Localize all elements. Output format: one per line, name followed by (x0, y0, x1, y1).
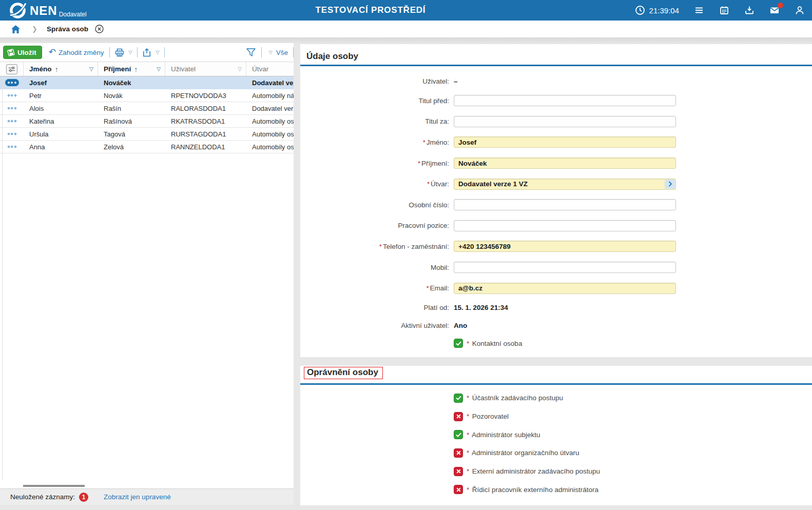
field-label: *Telefon - zaměstnání: (300, 243, 449, 250)
table-row[interactable]: PetrNovákRPETNOVDODA3Automobily nákla (0, 89, 294, 102)
table-row[interactable]: KateřinaRašínováRKATRASDODA1Automobily o… (0, 115, 294, 128)
row-actions-button[interactable] (6, 93, 18, 98)
print-icon (115, 48, 124, 57)
clock-time: 21:39:04 (649, 6, 679, 15)
column-header-jmeno[interactable]: Jméno↑ ▽ (24, 62, 98, 76)
messages-button[interactable] (769, 5, 780, 15)
permission-label: * Externí administrátor zadávacího postu… (467, 467, 600, 475)
cell-jmeno: Alois (24, 105, 98, 112)
row-actions-button[interactable] (6, 144, 18, 149)
cell-utvar: Automobily osob (246, 143, 294, 151)
save-button[interactable]: Uložit (3, 46, 42, 59)
checkbox-checked-icon[interactable] (454, 394, 463, 403)
filter-all-button[interactable]: Vše (276, 49, 288, 56)
permission-item: * Účastník zadávacího postupu (454, 389, 600, 407)
cell-utvar: Automobily osob (246, 117, 294, 125)
checkbox-crossed-icon[interactable] (454, 467, 463, 476)
form-input[interactable]: Josef (454, 136, 676, 148)
top-bar: NEN Dodavatel TESTOVACÍ PROSTŘEDÍ 21:39:… (0, 0, 812, 21)
table-row[interactable]: AnnaZelováRANNZELDODA1Automobily osob (0, 141, 294, 153)
column-header-prijmeni[interactable]: Příjmení↑ ▽ (98, 62, 165, 76)
filter-caret-icon[interactable]: ▽ (238, 66, 242, 72)
detail-section-title: Údaje osoby (306, 51, 358, 62)
checkbox-crossed-icon[interactable] (454, 412, 463, 421)
table-row[interactable]: JosefNováčekDodavatel verze (0, 76, 294, 89)
calendar-icon[interactable] (719, 5, 729, 15)
field-label: Osobní číslo: (300, 201, 449, 209)
permission-label: * Pozorovatel (467, 413, 509, 420)
column-header-utvar[interactable]: Útvar (246, 62, 294, 76)
cell-uzivatel: RALORASDODA1 (165, 105, 246, 112)
column-header-uzivatel[interactable]: Uživatel ▽ (165, 62, 246, 76)
cell-jmeno: Petr (24, 92, 98, 100)
cell-uzivatel: RKATRASDODA1 (165, 117, 246, 125)
person-detail-panel: Údaje osoby Uživatel:–Titul před:Titul z… (300, 44, 812, 505)
cell-utvar: Automobily nákla (246, 92, 294, 100)
cell-jmeno: Kateřina (24, 117, 98, 125)
discard-changes-button[interactable]: ↶ Zahodit změny (49, 49, 104, 56)
row-actions-button[interactable] (6, 119, 18, 124)
field-value: 15. 1. 2026 21:34 (454, 304, 508, 311)
breadcrumb-separator-icon: ❯ (32, 25, 37, 33)
filter-caret-icon[interactable]: ▽ (89, 66, 93, 72)
checkbox-checked-icon[interactable] (454, 339, 463, 348)
row-actions-button[interactable] (6, 131, 18, 136)
cell-uzivatel: RANNZELDODA1 (165, 143, 246, 151)
table-row[interactable]: UršulaTagováRURSTAGDODA1Automobily osob (0, 128, 294, 141)
checkbox-crossed-icon[interactable] (454, 485, 463, 494)
table-body: JosefNováčekDodavatel verzePetrNovákRPET… (0, 76, 294, 153)
horizontal-scrollbar[interactable] (23, 485, 85, 487)
close-tab-icon[interactable] (95, 25, 104, 33)
column-settings-button[interactable] (0, 62, 24, 76)
form-input[interactable] (454, 199, 676, 210)
breadcrumb-page[interactable]: Správa osob (47, 25, 88, 33)
form-input[interactable] (454, 95, 676, 106)
cell-jmeno: Josef (24, 79, 98, 87)
cell-uzivatel: RPETNOVDODA3 (165, 92, 246, 100)
form-input[interactable]: Nováček (454, 158, 676, 169)
checkbox-crossed-icon[interactable] (454, 448, 463, 458)
export-button[interactable]: ▽ (143, 48, 159, 57)
filter-caret-icon[interactable]: ▽ (157, 66, 161, 72)
row-actions-button[interactable] (6, 106, 18, 111)
table-left-rule (2, 76, 3, 480)
cell-prijmeni: Nováček (98, 79, 165, 87)
save-icon (7, 49, 15, 56)
cell-utvar: Dodavatel verze 1 (246, 105, 294, 112)
form-input[interactable] (454, 262, 676, 273)
section-divider (300, 383, 812, 385)
permissions-section-title: Oprávnění osoby (307, 367, 378, 377)
print-button[interactable]: ▽ (115, 48, 132, 57)
sort-asc-icon: ↑ (134, 65, 138, 73)
field-value: Ano (454, 322, 467, 329)
permission-label: * Administrátor subjektu (467, 431, 540, 439)
permission-item: * Administrátor subjektu (454, 425, 600, 444)
permission-item: * Pozorovatel (454, 407, 600, 426)
form-input[interactable]: +420 123456789 (454, 241, 676, 252)
checkbox-checked-icon[interactable] (454, 430, 463, 439)
table-row[interactable]: AloisRašínRALORASDODA1Dodavatel verze 1 (0, 102, 294, 115)
menu-icon[interactable] (694, 5, 704, 15)
download-icon[interactable] (744, 5, 755, 15)
row-actions-button[interactable] (5, 79, 19, 86)
user-icon[interactable] (795, 5, 805, 15)
undo-icon: ↶ (49, 49, 56, 56)
field-value: – (454, 77, 458, 85)
field-label: Pracovní pozice: (300, 222, 449, 229)
form-input[interactable]: Dodavatel verze 1 VZ (454, 179, 676, 190)
field-label: Aktivní uživatel: (300, 322, 449, 329)
table-header: Jméno↑ ▽ Příjmení↑ ▽ Uživatel ▽ Útvar (0, 62, 294, 76)
save-label: Uložit (17, 49, 36, 56)
form-input[interactable] (454, 220, 676, 231)
show-edited-link[interactable]: Zobrazit jen upravené (104, 493, 171, 501)
section-divider (300, 65, 812, 66)
home-icon[interactable] (11, 25, 21, 34)
breadcrumb: ❯ Správa osob (0, 21, 812, 37)
cell-utvar: Dodavatel verze (246, 79, 294, 87)
form-input[interactable]: a@b.cz (454, 283, 676, 294)
form-input[interactable] (454, 116, 676, 127)
permission-item: * Řídicí pracovník externího administrát… (454, 480, 600, 499)
lookup-picker-button[interactable] (665, 180, 675, 189)
field-label: Platí od: (300, 304, 449, 311)
filter-icon[interactable] (246, 48, 256, 57)
